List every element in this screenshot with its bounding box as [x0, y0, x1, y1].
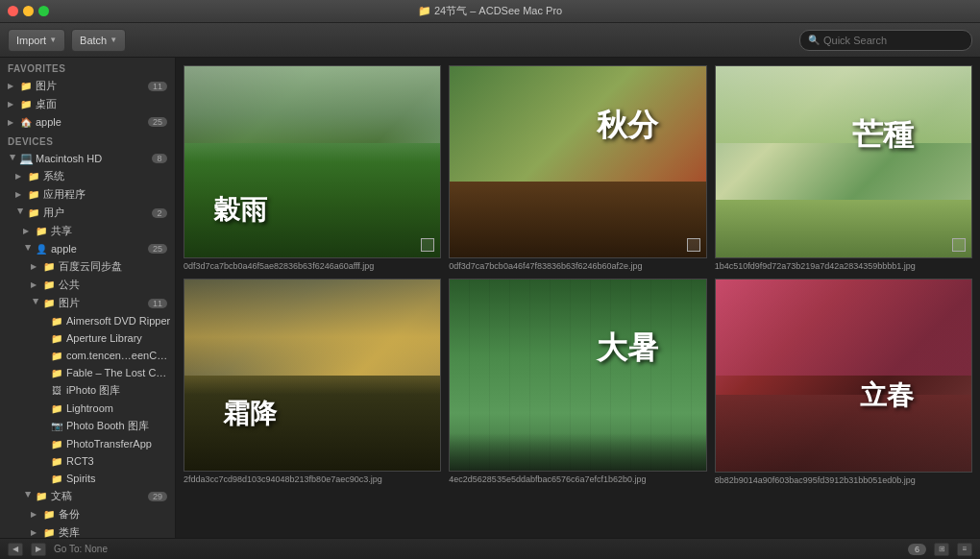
folder-icon: 📁: [35, 490, 48, 503]
sidebar-item-phototransfer[interactable]: 📁 PhotoTransferApp: [0, 435, 175, 452]
sidebar-item-label: 图片: [36, 79, 148, 93]
photo-filename: 2fdda3cc7cd98d103c94048b213fb80e7aec90c3…: [184, 474, 441, 484]
list-view-icon: ≡: [963, 545, 968, 553]
search-box[interactable]: 🔍: [799, 30, 972, 51]
folder-icon: 📁: [27, 170, 40, 183]
photo-thumbnail: 芒種: [715, 65, 972, 258]
photo-thumbnail: 立春: [715, 279, 972, 472]
sidebar-item-comtencen[interactable]: 📁 com.tencen…eenCapture: [0, 347, 175, 364]
photo-thumbnail: 秋分: [449, 65, 706, 258]
sidebar-item-apps[interactable]: ▶ 📁 应用程序: [0, 185, 175, 204]
expand-arrow: ▶: [8, 100, 17, 109]
statusbar: ◀ ▶ Go To: None 6 ⊞ ≡: [0, 538, 980, 559]
sidebar-item-spirits[interactable]: 📁 Spirits: [0, 470, 175, 487]
expand-arrow: ▶: [31, 528, 40, 537]
sidebar-item-desktop[interactable]: ▶ 📁 桌面: [0, 95, 175, 113]
expand-arrow: ▶: [15, 172, 25, 181]
photo-image: 立春: [716, 280, 971, 471]
sidebar-item-apple-fav[interactable]: ▶ 🏠 apple 25: [0, 113, 175, 131]
sidebar-item-pictures[interactable]: ▶ 📁 图片 11: [0, 77, 175, 95]
import-button[interactable]: Import ▼: [8, 29, 65, 52]
photo-item[interactable]: 立春 8b82b9014a90f603bac995fd3912b31bb051e…: [715, 279, 972, 484]
photo-item[interactable]: 霜降 2fdda3cc7cd98d103c94048b213fb80e7aec9…: [184, 279, 441, 484]
sidebar-item-macintosh[interactable]: ▶ 💻 Macintosh HD 8: [0, 150, 175, 167]
folder-icon: 📁: [42, 526, 56, 539]
sidebar-item-label: Aperture Library: [66, 332, 171, 344]
sidebar-item-shared[interactable]: ▶ 📁 共享: [0, 222, 175, 240]
folder-icon: 📁: [50, 366, 63, 379]
photo-filename: 8b82b9014a90f603bac995fd3912b31bb051ed0b…: [715, 475, 972, 485]
maximize-button[interactable]: [38, 6, 49, 16]
sidebar-item-lightroom[interactable]: 📁 Lightroom: [0, 400, 175, 417]
select-checkbox[interactable]: [952, 238, 966, 252]
prev-icon: ◀: [12, 545, 18, 553]
sidebar-item-public[interactable]: ▶ 📁 公共: [0, 276, 175, 294]
sidebar-item-label: iPhoto 图库: [66, 383, 171, 398]
folder-icon: 📁: [50, 472, 63, 485]
sidebar-badge: 25: [148, 117, 167, 127]
sidebar-item-aperture[interactable]: 📁 Aperture Library: [0, 329, 175, 347]
sidebar-item-fable[interactable]: 📁 Fable – The Lost Chapters: [0, 364, 175, 381]
sidebar: FAVORITES ▶ 📁 图片 11 ▶ 📁 桌面 ▶ 🏠 apple 25 …: [0, 58, 176, 538]
sidebar-item-label: Aimersoft DVD Ripper: [66, 315, 171, 327]
user-icon: 👤: [35, 242, 48, 255]
folder-icon: 📁: [42, 260, 56, 274]
sidebar-item-aimersoft[interactable]: 📁 Aimersoft DVD Ripper: [0, 312, 175, 329]
expand-arrow: ▶: [23, 227, 33, 235]
sidebar-item-baiduyun[interactable]: ▶ 📁 百度云同步盘: [0, 257, 175, 276]
expand-arrow: ▶: [32, 299, 40, 308]
grid-view-button[interactable]: ⊞: [934, 543, 949, 556]
list-view-button[interactable]: ≡: [957, 543, 972, 556]
sidebar-item-users[interactable]: ▶ 📁 用户 2: [0, 204, 175, 222]
photo-filename: 1b4c510fd9f9d72a73b219a7d42a2834359bbbb1…: [715, 261, 972, 271]
photo-thumbnail: 穀雨: [184, 65, 441, 258]
select-checkbox[interactable]: [421, 238, 434, 252]
sidebar-item-label: apple: [51, 243, 148, 255]
photo-filename: 4ec2d5628535e5ddabfbac6576c6a7efcf1b62b0…: [449, 474, 706, 484]
sidebar-item-rct3[interactable]: 📁 RCT3: [0, 452, 175, 470]
batch-button[interactable]: Batch ▼: [71, 29, 126, 52]
sidebar-item-label: Photo Booth 图库: [66, 419, 171, 433]
sidebar-item-label: RCT3: [66, 455, 171, 467]
photo-item[interactable]: 秋分 0df3d7ca7bcb0a46f47f83836b63f6246b60a…: [449, 65, 706, 271]
photo-image: 秋分: [450, 66, 705, 257]
close-button[interactable]: [8, 6, 18, 16]
overlay-text: 芒種: [852, 114, 914, 157]
photo-item[interactable]: 芒種 1b4c510fd9f9d72a73b219a7d42a2834359bb…: [715, 65, 972, 271]
folder-icon: 🏠: [19, 115, 33, 129]
photo-item[interactable]: 大暑 4ec2d5628535e5ddabfbac6576c6a7efcf1b6…: [449, 279, 706, 484]
import-dropdown-arrow: ▼: [49, 36, 57, 44]
sidebar-badge: 11: [148, 299, 167, 308]
sidebar-item-label: apple: [36, 116, 148, 128]
prev-button[interactable]: ◀: [8, 543, 23, 556]
sidebar-item-iphoto[interactable]: 🖼 iPhoto 图库: [0, 381, 175, 400]
sidebar-item-backup[interactable]: ▶ 📁 备份: [0, 505, 175, 523]
select-checkbox[interactable]: [687, 238, 700, 252]
batch-label: Batch: [80, 35, 107, 46]
photo-item[interactable]: 穀雨 0df3d7ca7bcb0a46f5ae82836b63f6246a60a…: [184, 65, 441, 271]
photo-image: 大暑: [450, 280, 705, 471]
sidebar-item-system[interactable]: ▶ 📁 系统: [0, 167, 175, 185]
titlebar: 📁 24节气 – ACDSee Mac Pro: [0, 0, 980, 23]
search-input[interactable]: [823, 35, 964, 46]
overlay-text: 大暑: [597, 328, 658, 370]
sidebar-item-apple-user[interactable]: ▶ 👤 apple 25: [0, 240, 175, 257]
sidebar-item-pictures3[interactable]: ▶ 📁 图片 11: [0, 294, 175, 312]
folder-icon: 📁: [50, 314, 63, 328]
sidebar-item-label: 类库: [59, 525, 171, 538]
sidebar-item-label: Macintosh HD: [36, 153, 152, 164]
sidebar-item-documents[interactable]: ▶ 📁 文稿 29: [0, 487, 175, 505]
expand-arrow: ▶: [31, 262, 40, 271]
sidebar-item-photobooth[interactable]: 📷 Photo Booth 图库: [0, 417, 175, 435]
folder-icon: 📁: [50, 331, 63, 345]
sidebar-item-label: 共享: [51, 224, 171, 238]
next-button[interactable]: ▶: [31, 543, 46, 556]
sidebar-item-category[interactable]: ▶ 📁 类库: [0, 523, 175, 538]
folder-icon: 📁: [27, 188, 40, 202]
sidebar-item-label: 用户: [43, 206, 152, 220]
overlay-text: 穀雨: [213, 192, 267, 229]
photo-thumbnail: 大暑: [449, 279, 706, 472]
minimize-button[interactable]: [23, 6, 34, 16]
photo-thumbnail: 霜降: [184, 279, 441, 472]
folder-icon: 📁: [50, 454, 63, 468]
